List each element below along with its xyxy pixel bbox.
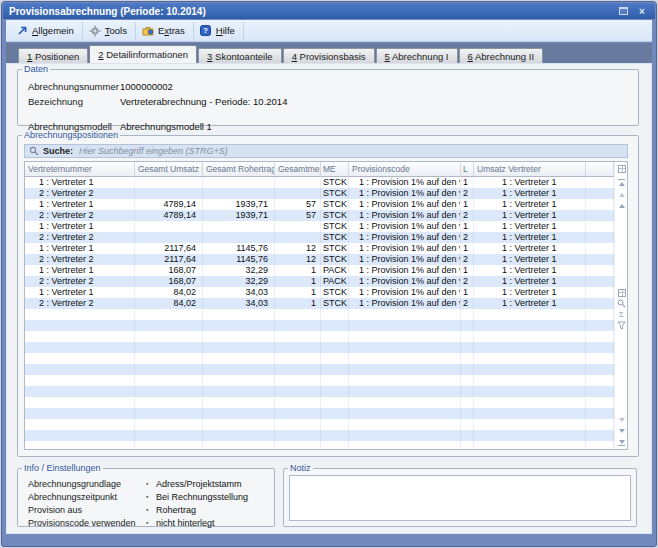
cell[interactable] xyxy=(586,199,614,210)
cell[interactable] xyxy=(135,232,203,243)
cell[interactable]: 168,07 xyxy=(135,276,203,287)
cell[interactable]: 1145,76 xyxy=(203,254,275,265)
tab-abrechnung-i[interactable]: 5 Abrechnung I xyxy=(376,48,458,63)
cell[interactable]: 4789,14 xyxy=(135,199,203,210)
extras-menu-button[interactable]: Extras xyxy=(136,22,194,40)
scroll-up-icon[interactable] xyxy=(615,200,628,211)
restore-button[interactable] xyxy=(616,5,630,17)
cell[interactable]: STCK xyxy=(321,177,349,188)
cell[interactable]: 2 xyxy=(461,254,474,265)
table-row[interactable]: 1 : Vertreter 1STCK1 : Provision 1% auf … xyxy=(25,221,614,232)
scroll-bottom-icon[interactable] xyxy=(615,436,628,447)
cell[interactable]: 1 : Vertreter 1 xyxy=(474,287,586,298)
cell[interactable]: 1 : Vertreter 1 xyxy=(474,177,586,188)
filter-icon[interactable] xyxy=(615,320,628,331)
cell[interactable]: 2 : Vertreter 2 xyxy=(25,210,135,221)
cell[interactable]: 2 xyxy=(461,232,474,243)
cell[interactable] xyxy=(135,177,203,188)
tools-menu-button[interactable]: Tools xyxy=(83,22,136,40)
cell[interactable]: 1 : Vertreter 1 xyxy=(25,287,135,298)
search-input[interactable] xyxy=(77,145,623,157)
cell[interactable]: STCK xyxy=(321,298,349,309)
cell[interactable] xyxy=(586,221,614,232)
column-header-umsatz-vertreter[interactable]: Umsatz Vertreter xyxy=(474,162,586,177)
hilfe-menu-button[interactable]: ?Hilfe xyxy=(194,22,244,40)
cell[interactable]: 1 xyxy=(275,276,321,287)
cell[interactable]: 2 xyxy=(461,276,474,287)
cell[interactable]: 1 : Vertreter 1 xyxy=(474,199,586,210)
table-row[interactable]: 1 : Vertreter 1168,0732,291PACK1 : Provi… xyxy=(25,265,614,276)
cell[interactable]: 1 : Vertreter 1 xyxy=(474,298,586,309)
cell[interactable]: STCK xyxy=(321,254,349,265)
cell[interactable]: 1 : Provision 1% auf den ve xyxy=(349,210,461,221)
cell[interactable]: 2 xyxy=(461,210,474,221)
cell[interactable]: 1939,71 xyxy=(203,199,275,210)
cell[interactable]: 12 xyxy=(275,243,321,254)
sum-icon[interactable]: Σ xyxy=(615,309,628,320)
cell[interactable]: 1 xyxy=(461,177,474,188)
cell[interactable] xyxy=(135,188,203,199)
column-chooser-icon[interactable] xyxy=(615,163,628,174)
scroll-down-light-icon[interactable] xyxy=(615,414,628,425)
cell[interactable]: 84,02 xyxy=(135,287,203,298)
cell[interactable]: 1 : Vertreter 1 xyxy=(474,243,586,254)
cell[interactable]: 1 : Vertreter 1 xyxy=(474,265,586,276)
cell[interactable]: 1 : Vertreter 1 xyxy=(474,221,586,232)
cell[interactable] xyxy=(586,276,614,287)
cell[interactable]: 1145,76 xyxy=(203,243,275,254)
cell[interactable]: 2 : Vertreter 2 xyxy=(25,298,135,309)
table-row[interactable]: 2 : Vertreter 2STCK1 : Provision 1% auf … xyxy=(25,232,614,243)
cell[interactable] xyxy=(135,221,203,232)
cell[interactable] xyxy=(275,221,321,232)
cell[interactable]: 1 : Vertreter 1 xyxy=(474,210,586,221)
cell[interactable] xyxy=(586,298,614,309)
zoom-icon[interactable] xyxy=(615,298,628,309)
cell[interactable]: 1 : Vertreter 1 xyxy=(474,188,586,199)
cell[interactable]: STCK xyxy=(321,243,349,254)
cell[interactable] xyxy=(586,177,614,188)
table-row[interactable]: 2 : Vertreter 22117,641145,7612STCK1 : P… xyxy=(25,254,614,265)
cell[interactable] xyxy=(586,210,614,221)
scroll-top-icon[interactable] xyxy=(615,178,628,189)
cell[interactable]: 1 : Vertreter 1 xyxy=(474,232,586,243)
cell[interactable]: 1 : Provision 1% auf den ve xyxy=(349,188,461,199)
tab-provisionsbasis[interactable]: 4 Provisionsbasis xyxy=(283,48,375,63)
cell[interactable] xyxy=(203,188,275,199)
cell[interactable]: 168,07 xyxy=(135,265,203,276)
cell[interactable]: 4789,14 xyxy=(135,210,203,221)
cell[interactable]: 2117,64 xyxy=(135,254,203,265)
table-row[interactable]: 2 : Vertreter 24789,141939,7157STCK1 : P… xyxy=(25,210,614,221)
cell[interactable]: 2 : Vertreter 2 xyxy=(25,188,135,199)
cell[interactable] xyxy=(275,177,321,188)
cell[interactable]: STCK xyxy=(321,188,349,199)
cell[interactable]: 1 : Provision 1% auf den ve xyxy=(349,276,461,287)
notiz-textarea[interactable] xyxy=(289,475,631,521)
cell[interactable]: 1 : Vertreter 1 xyxy=(25,265,135,276)
cell[interactable]: 1 xyxy=(461,265,474,276)
cell[interactable]: 1 xyxy=(275,265,321,276)
cell[interactable]: 1 : Vertreter 1 xyxy=(474,276,586,287)
cell[interactable]: 32,29 xyxy=(203,276,275,287)
cell[interactable]: PACK xyxy=(321,265,349,276)
search-bar[interactable]: Suche: xyxy=(24,144,628,158)
column-header-gesamtmenge[interactable]: Gesamtmenge xyxy=(275,162,321,177)
column-header-provisionscode[interactable]: Provisionscode xyxy=(349,162,461,177)
cell[interactable] xyxy=(586,254,614,265)
column-header-me[interactable]: ME xyxy=(321,162,349,177)
table-row[interactable]: 2 : Vertreter 2STCK1 : Provision 1% auf … xyxy=(25,188,614,199)
column-header-gesamt-rohertrag-eur[interactable]: Gesamt Rohertrag EUR xyxy=(203,162,275,177)
table-row[interactable]: 2 : Vertreter 284,0234,031STCK1 : Provis… xyxy=(25,298,614,309)
cell[interactable]: 1 : Vertreter 1 xyxy=(25,221,135,232)
cell[interactable]: 2 : Vertreter 2 xyxy=(25,254,135,265)
cell[interactable]: STCK xyxy=(321,287,349,298)
cell[interactable]: 1 : Vertreter 1 xyxy=(474,254,586,265)
cell[interactable]: 1 xyxy=(461,199,474,210)
cell[interactable]: 1 xyxy=(461,221,474,232)
table-row[interactable]: 2 : Vertreter 2168,0732,291PACK1 : Provi… xyxy=(25,276,614,287)
tab-abrechnung-ii[interactable]: 6 Abrechnung II xyxy=(459,48,544,63)
allgemein-menu-button[interactable]: Allgemein xyxy=(10,22,83,40)
cell[interactable]: STCK xyxy=(321,199,349,210)
cell[interactable]: 1939,71 xyxy=(203,210,275,221)
cell[interactable] xyxy=(586,243,614,254)
cell[interactable] xyxy=(203,232,275,243)
